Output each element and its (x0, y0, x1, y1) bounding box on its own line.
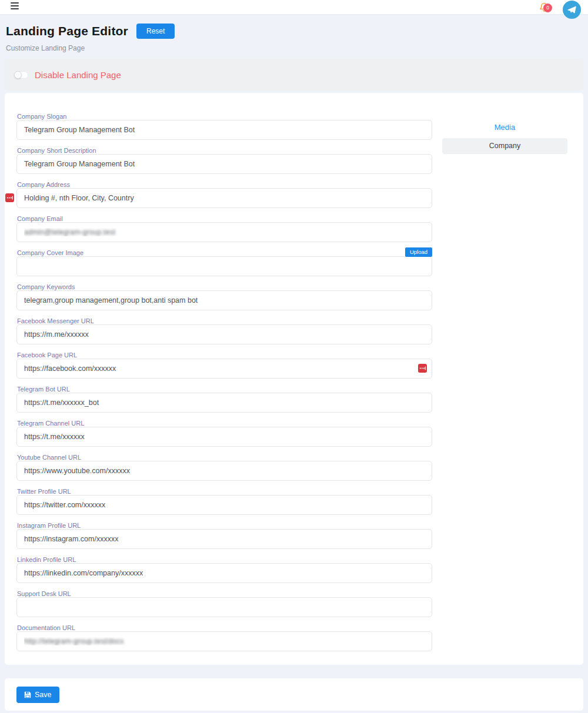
documentation-url-label: Documentation URL (17, 624, 432, 631)
page-title: Landing Page Editor (6, 24, 128, 38)
company-address-input[interactable] (16, 188, 432, 208)
reset-button[interactable]: Reset (136, 24, 175, 39)
save-icon (24, 691, 31, 698)
telegram-bot-url-label: Telegram Bot URL (17, 386, 432, 393)
company-email-input[interactable] (16, 222, 432, 242)
youtube-channel-url-label: Youtube Channel URL (17, 454, 432, 461)
field-company-email: Company Email (16, 215, 432, 242)
telegram-channel-url-label: Telegram Channel URL (17, 420, 432, 427)
company-address-label: Company Address (17, 181, 432, 188)
page-content: Landing Page Editor Reset Customize Land… (0, 24, 588, 711)
instagram-profile-url-label: Instagram Profile URL (17, 522, 432, 529)
field-support-desk-url: Support Desk URL (16, 590, 432, 617)
menu-icon[interactable] (11, 2, 19, 9)
facebook-messenger-url-input[interactable] (16, 324, 432, 344)
media-link[interactable]: Media (442, 123, 567, 132)
field-company-address: Company Address (16, 181, 432, 208)
save-button-label: Save (35, 691, 52, 699)
company-cover-image-label: Company Cover Image (17, 249, 432, 256)
telegram-bot-url-input[interactable] (16, 393, 432, 413)
disable-landing-label: Disable Landing Page (35, 70, 121, 80)
field-facebook-messenger-url: Facebook Messenger URL (16, 317, 432, 344)
save-card: Save (5, 678, 583, 711)
field-documentation-url: Documentation URL (16, 624, 432, 651)
sidebar-item-company[interactable]: Company (442, 138, 567, 154)
page-header: Landing Page Editor Reset (6, 24, 583, 39)
field-company-slogan: Company Slogan (16, 113, 432, 140)
company-slogan-input[interactable] (16, 120, 432, 140)
twitter-profile-url-input[interactable] (16, 495, 432, 515)
company-email-label: Company Email (17, 215, 432, 222)
facebook-page-url-input[interactable] (16, 359, 432, 379)
support-desk-url-input[interactable] (16, 597, 432, 617)
upload-button[interactable]: Upload (405, 247, 432, 257)
company-keywords-input[interactable] (16, 290, 432, 310)
notifications-button[interactable]: 0 (539, 2, 553, 14)
telegram-channel-url-input[interactable] (16, 427, 432, 447)
field-telegram-channel-url: Telegram Channel URL (16, 420, 432, 447)
company-short-description-label: Company Short Description (17, 147, 432, 154)
company-form: Company SloganCompany Short DescriptionC… (16, 113, 432, 658)
field-instagram-profile-url: Instagram Profile URL (16, 522, 432, 549)
company-short-description-input[interactable] (16, 154, 432, 174)
page-subtitle: Customize Landing Page (6, 44, 583, 52)
instagram-profile-url-input[interactable] (16, 529, 432, 549)
field-company-keywords: Company Keywords (16, 283, 432, 310)
disable-landing-toggle[interactable] (14, 71, 28, 79)
editor-card: Company SloganCompany Short DescriptionC… (5, 93, 583, 665)
company-slogan-label: Company Slogan (17, 113, 432, 120)
support-desk-url-label: Support Desk URL (17, 590, 432, 597)
field-facebook-page-url: Facebook Page URL (16, 352, 432, 379)
field-telegram-bot-url: Telegram Bot URL (16, 386, 432, 413)
disable-landing-card: Disable Landing Page (5, 59, 583, 91)
extension-overlay-icon (5, 193, 14, 202)
facebook-messenger-url-label: Facebook Messenger URL (17, 317, 432, 324)
twitter-profile-url-label: Twitter Profile URL (17, 488, 432, 495)
field-linkedin-profile-url: Linkedin Profile URL (16, 556, 432, 583)
save-button[interactable]: Save (16, 687, 59, 703)
field-twitter-profile-url: Twitter Profile URL (16, 488, 432, 515)
facebook-page-url-label: Facebook Page URL (17, 352, 432, 359)
field-youtube-channel-url: Youtube Channel URL (16, 454, 432, 481)
company-cover-image-input[interactable] (16, 256, 432, 276)
field-company-cover-image: Company Cover ImageUpload (16, 249, 432, 276)
user-avatar[interactable] (563, 1, 581, 19)
documentation-url-input[interactable] (16, 631, 432, 651)
media-sidebar: Media Company (442, 113, 567, 658)
linkedin-profile-url-label: Linkedin Profile URL (17, 556, 432, 563)
field-company-short-description: Company Short Description (16, 147, 432, 174)
telegram-plane-icon (567, 6, 576, 14)
extension-overlay-icon (418, 364, 427, 373)
youtube-channel-url-input[interactable] (16, 461, 432, 481)
topbar: 0 (0, 0, 588, 14)
company-keywords-label: Company Keywords (17, 283, 432, 290)
notification-badge: 0 (543, 4, 552, 12)
linkedin-profile-url-input[interactable] (16, 563, 432, 583)
